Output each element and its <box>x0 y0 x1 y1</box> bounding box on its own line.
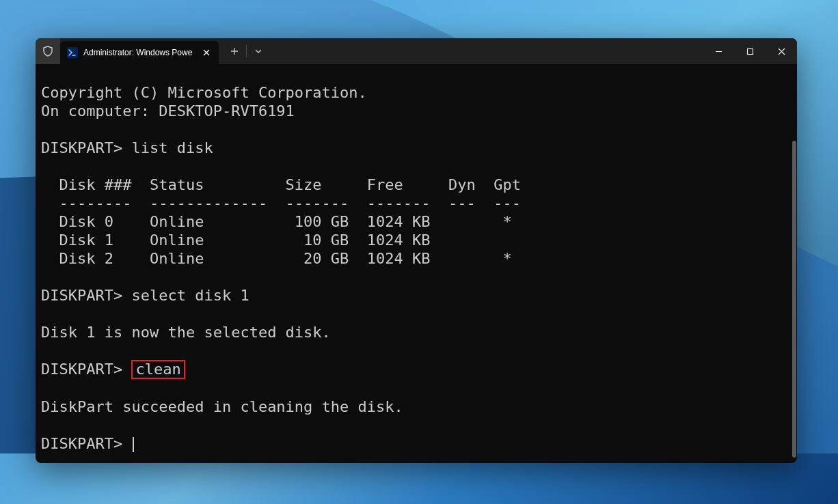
maximize-button[interactable] <box>734 38 766 64</box>
scrollbar-thumb[interactable] <box>792 141 796 458</box>
table-header: Disk ### Status Size Free Dyn Gpt <box>41 176 521 193</box>
prompt: DISKPART> <box>41 361 122 378</box>
window-controls <box>703 38 797 64</box>
cmd-list-disk: list disk <box>131 139 213 156</box>
chevron-down-icon <box>255 49 262 53</box>
tab-close-button[interactable] <box>201 47 212 58</box>
table-row: Disk 2 Online 20 GB 1024 KB * <box>41 250 512 267</box>
tab-active[interactable]: Administrator: Windows Powe <box>60 41 219 64</box>
titlebar[interactable]: Administrator: Windows Powe <box>36 38 797 64</box>
cmd-select-disk: select disk 1 <box>131 287 249 304</box>
copyright-line: Copyright (C) Microsoft Corporation. <box>41 84 367 101</box>
terminal-body[interactable]: Copyright (C) Microsoft Corporation. On … <box>36 64 797 463</box>
minimize-button[interactable] <box>703 38 734 64</box>
new-tab-button[interactable] <box>223 38 246 64</box>
cursor <box>133 437 134 452</box>
svg-rect-8 <box>747 48 753 54</box>
tab-dropdown-button[interactable] <box>247 38 270 64</box>
highlighted-clean-command: clean <box>131 360 185 379</box>
admin-shield-area <box>36 38 60 64</box>
select-result: Disk 1 is now the selected disk. <box>41 324 331 341</box>
tab-actions <box>223 38 270 64</box>
computer-line: On computer: DESKTOP-RVT6191 <box>41 102 295 120</box>
plus-icon <box>230 47 239 55</box>
scrollbar[interactable] <box>792 141 796 458</box>
close-icon <box>203 49 210 56</box>
prompt: DISKPART> <box>41 287 122 304</box>
table-row: Disk 1 Online 10 GB 1024 KB <box>41 232 431 249</box>
shield-icon <box>42 46 53 57</box>
powershell-icon <box>67 47 78 58</box>
close-icon <box>778 48 785 55</box>
prompt: DISKPART> <box>41 435 122 452</box>
table-row: Disk 0 Online 100 GB 1024 KB * <box>41 213 512 230</box>
terminal-window: Administrator: Windows Powe <box>36 38 797 463</box>
tab-container: Administrator: Windows Powe <box>60 38 219 64</box>
prompt: DISKPART> <box>41 139 122 156</box>
tab-title: Administrator: Windows Powe <box>83 48 195 57</box>
close-window-button[interactable] <box>766 38 797 64</box>
table-divider: -------- ------------- ------- ------- -… <box>41 195 521 212</box>
maximize-icon <box>746 48 754 55</box>
clean-result: DiskPart succeeded in cleaning the disk. <box>41 398 403 415</box>
minimize-icon <box>715 48 722 55</box>
